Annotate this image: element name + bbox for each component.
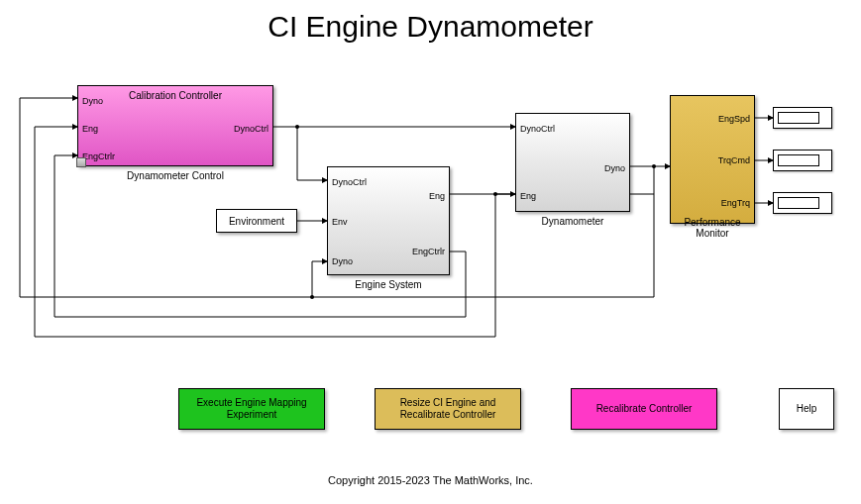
port-dyno: Dyno <box>82 96 103 106</box>
port-trqcmd: TrqCmd <box>718 155 750 165</box>
svg-point-1 <box>493 192 497 196</box>
calib-caption: Dynamometer Control <box>78 170 272 181</box>
svg-point-0 <box>295 125 299 129</box>
env-label: Environment <box>229 216 284 227</box>
port-engspd: EngSpd <box>718 114 750 124</box>
scope-engspd[interactable] <box>773 107 832 129</box>
svg-point-3 <box>310 295 314 299</box>
button-execute-mapping[interactable]: Execute Engine Mapping Experiment <box>178 388 325 430</box>
port-eng: Eng <box>520 191 536 201</box>
port-eng: Eng <box>429 191 445 201</box>
block-calibration-controller[interactable]: Calibration Controller Dyno Eng EngCtrlr… <box>77 85 273 166</box>
button-help[interactable]: Help <box>779 388 834 430</box>
port-dyno: Dyno <box>604 163 625 173</box>
copyright-text: Copyright 2015-2023 The MathWorks, Inc. <box>0 474 861 486</box>
port-engctrlr: EngCtrlr <box>412 247 445 256</box>
scope-trqcmd[interactable] <box>773 150 832 171</box>
engsys-caption: Engine System <box>328 279 449 290</box>
port-eng: Eng <box>82 124 98 134</box>
model-ref-icon <box>76 157 86 167</box>
block-performance-monitor[interactable]: EngSpd TrqCmd EngTrq Performance Monitor <box>670 95 755 224</box>
port-dynoctrl: DynoCtrl <box>520 124 555 134</box>
scope-engtrq[interactable] <box>773 192 832 214</box>
calib-top-label: Calibration Controller <box>78 90 272 101</box>
perf-caption: Performance Monitor <box>671 217 754 239</box>
port-dynoctrl: DynoCtrl <box>234 124 269 134</box>
page-title: CI Engine Dynamometer <box>0 10 861 44</box>
button-recalibrate[interactable]: Recalibrate Controller <box>571 388 717 430</box>
block-dynamometer[interactable]: DynoCtrl Eng Dyno Dynamometer <box>515 113 630 212</box>
port-engtrq: EngTrq <box>721 198 750 208</box>
block-engine-system[interactable]: DynoCtrl Env Dyno Eng EngCtrlr Engine Sy… <box>327 166 450 275</box>
block-environment[interactable]: Environment <box>216 209 297 233</box>
svg-point-2 <box>652 164 656 168</box>
dyno-caption: Dynamometer <box>516 216 629 227</box>
port-engctrlr: EngCtrlr <box>82 151 115 161</box>
port-dyno: Dyno <box>332 256 353 266</box>
port-env: Env <box>332 217 348 227</box>
port-dynoctrl: DynoCtrl <box>332 177 367 187</box>
button-resize-recalibrate[interactable]: Resize CI Engine and Recalibrate Control… <box>375 388 521 430</box>
